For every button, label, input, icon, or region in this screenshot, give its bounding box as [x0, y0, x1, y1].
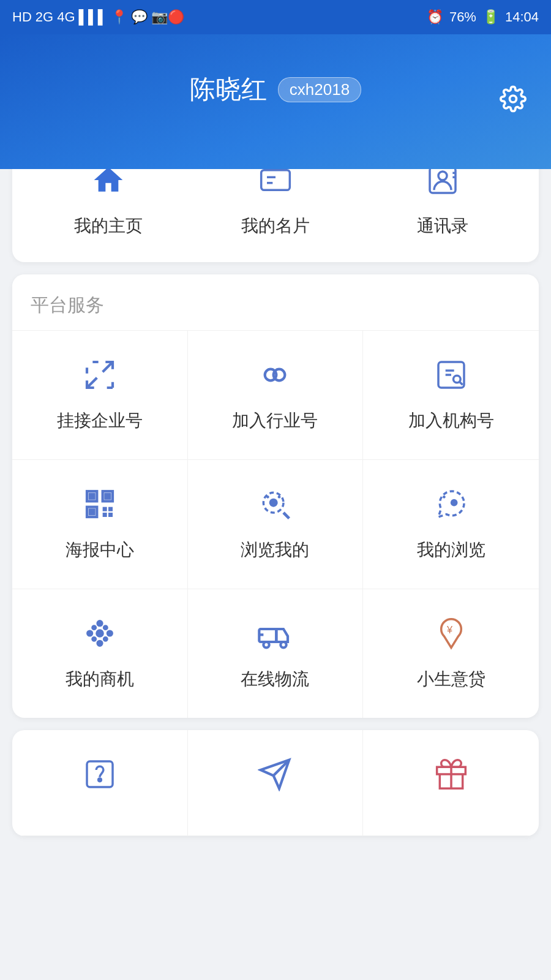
nav-item-contacts[interactable]: 通讯录	[359, 163, 527, 238]
org-icon	[434, 358, 468, 397]
service-label-loan: 小生意贷	[417, 668, 485, 691]
location-icon: 📍	[111, 9, 127, 25]
svg-point-33	[443, 496, 446, 499]
nav-item-my-home[interactable]: 我的主页	[24, 163, 192, 238]
svg-rect-1	[261, 170, 290, 190]
alarm-icon: ⏰	[427, 9, 443, 25]
svg-point-30	[266, 496, 269, 499]
service-label-poster: 海报中心	[66, 538, 134, 562]
service-poster-center[interactable]: 海报中心	[12, 460, 188, 589]
card-icon	[258, 163, 293, 205]
status-right: ⏰ 76% 🔋 14:04	[427, 9, 539, 25]
service-browse-me[interactable]: 浏览我的	[188, 460, 364, 589]
platform-header: 平台服务	[12, 274, 539, 331]
gift-icon	[434, 757, 468, 796]
battery-percent: 76%	[449, 9, 476, 25]
enterprise-icon	[83, 358, 117, 397]
svg-rect-25	[108, 507, 113, 511]
platform-services-card: 平台服务 挂接企业号	[12, 274, 539, 718]
svg-rect-21	[105, 494, 110, 499]
wechat-icon: 💬	[131, 9, 148, 25]
industry-icon	[258, 358, 292, 397]
service-label-my-browse: 我的浏览	[417, 538, 485, 562]
svg-point-35	[97, 621, 102, 625]
nav-label-contacts: 通讯录	[417, 214, 468, 238]
svg-rect-20	[89, 494, 94, 499]
service-gift[interactable]	[363, 730, 539, 836]
status-left: HD 2G 4G ▌▌▌ 📍 💬 📷🔴	[12, 9, 184, 25]
service-small-loan[interactable]: ¥ 小生意贷	[363, 589, 539, 718]
service-my-browse[interactable]: 我的浏览	[363, 460, 539, 589]
svg-point-37	[97, 641, 102, 646]
svg-point-29	[269, 499, 278, 507]
service-join-org[interactable]: 加入机构号	[363, 331, 539, 460]
network-2g: 2G	[36, 9, 53, 25]
service-label-join-industry: 加入行业号	[232, 409, 318, 432]
platform-title: 平台服务	[31, 295, 104, 315]
service-label-join-org: 加入机构号	[408, 409, 494, 432]
signal-4g: 4G	[57, 9, 75, 25]
svg-point-41	[104, 638, 107, 641]
svg-point-44	[264, 642, 269, 647]
svg-line-16	[460, 382, 463, 385]
main-content: 我的主页 我的名片	[0, 138, 551, 861]
svg-point-34	[88, 631, 92, 636]
svg-line-9	[87, 378, 97, 388]
svg-rect-26	[102, 513, 107, 517]
home-icon	[91, 163, 126, 205]
nav-label-my-home: 我的主页	[74, 214, 143, 238]
service-label-bind-enterprise: 挂接企业号	[57, 409, 143, 432]
svg-rect-27	[108, 513, 113, 517]
svg-point-31	[278, 496, 281, 499]
browse-out-icon	[434, 487, 468, 526]
svg-point-38	[92, 626, 96, 629]
svg-point-45	[281, 642, 287, 647]
hd-indicator: HD	[12, 9, 32, 25]
header-content: 陈晓红 cxh2018	[190, 72, 361, 107]
time: 14:04	[505, 9, 539, 25]
nav-label-my-card: 我的名片	[241, 214, 310, 238]
service-bind-enterprise[interactable]: 挂接企业号	[12, 331, 188, 460]
service-send[interactable]	[188, 730, 364, 836]
svg-text:¥: ¥	[446, 624, 453, 635]
service-join-industry[interactable]: 加入行业号	[188, 331, 364, 460]
svg-point-0	[510, 96, 517, 102]
svg-point-36	[108, 631, 112, 636]
svg-point-49	[98, 778, 101, 782]
service-label-opportunity: 我的商机	[66, 668, 134, 691]
battery-icon: 🔋	[482, 9, 499, 25]
svg-point-32	[450, 499, 457, 507]
svg-point-40	[92, 638, 96, 641]
logistics-icon	[258, 616, 292, 655]
svg-line-8	[102, 362, 112, 372]
svg-rect-22	[89, 510, 94, 514]
svg-point-5	[438, 172, 447, 180]
browse-in-icon	[258, 487, 292, 526]
service-online-logistics[interactable]: 在线物流	[188, 589, 364, 718]
help-icon	[83, 757, 117, 796]
svg-point-42	[97, 630, 102, 636]
app-icons: 📷🔴	[151, 9, 184, 25]
svg-point-39	[104, 626, 107, 629]
loan-icon: ¥	[434, 616, 468, 655]
status-bar: HD 2G 4G ▌▌▌ 📍 💬 📷🔴 ⏰ 76% 🔋 14:04	[0, 0, 551, 34]
services-grid: 挂接企业号 加入行业号	[12, 331, 539, 718]
signal-bars: ▌▌▌	[79, 9, 108, 25]
svg-rect-24	[102, 507, 107, 511]
svg-point-15	[453, 375, 460, 383]
header: 陈晓红 cxh2018	[0, 34, 551, 169]
service-label-logistics: 在线物流	[241, 668, 309, 691]
user-name: 陈晓红	[190, 72, 267, 107]
nav-item-my-card[interactable]: 我的名片	[192, 163, 359, 238]
user-badge: cxh2018	[278, 77, 361, 102]
contacts-icon	[425, 163, 460, 205]
bottom-services	[12, 730, 539, 836]
send-icon	[258, 757, 292, 796]
service-my-opportunity[interactable]: 我的商机	[12, 589, 188, 718]
settings-button[interactable]	[500, 86, 527, 118]
qrcode-icon	[83, 487, 117, 526]
service-label-browse-me: 浏览我的	[241, 538, 309, 562]
opportunity-icon	[83, 616, 117, 655]
service-help[interactable]	[12, 730, 188, 836]
